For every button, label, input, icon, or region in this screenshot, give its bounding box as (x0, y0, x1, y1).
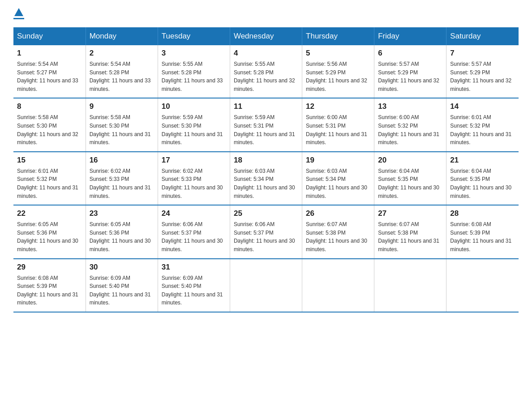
calendar-day-cell: 13 Sunrise: 6:00 AM Sunset: 5:32 PM Dayl… (374, 98, 446, 151)
calendar-day-cell: 2 Sunrise: 5:54 AM Sunset: 5:28 PM Dayli… (86, 45, 158, 98)
logo-triangle-icon (14, 8, 23, 16)
day-header-thursday: Thursday (302, 27, 374, 45)
day-number: 6 (378, 49, 442, 58)
calendar-day-cell: 21 Sunrise: 6:04 AM Sunset: 5:35 PM Dayl… (446, 152, 519, 205)
day-number: 13 (378, 102, 442, 111)
calendar-day-cell: 3 Sunrise: 5:55 AM Sunset: 5:28 PM Dayli… (158, 45, 230, 98)
day-info: Sunrise: 6:03 AM Sunset: 5:34 PM Dayligh… (306, 167, 370, 200)
logo (13, 9, 24, 19)
day-header-saturday: Saturday (446, 27, 519, 45)
day-info: Sunrise: 6:00 AM Sunset: 5:32 PM Dayligh… (378, 113, 442, 146)
day-info: Sunrise: 6:01 AM Sunset: 5:32 PM Dayligh… (17, 167, 82, 200)
day-info: Sunrise: 6:08 AM Sunset: 5:39 PM Dayligh… (450, 220, 515, 253)
calendar-day-cell: 20 Sunrise: 6:04 AM Sunset: 5:35 PM Dayl… (374, 152, 446, 205)
calendar-day-cell: 7 Sunrise: 5:57 AM Sunset: 5:29 PM Dayli… (446, 45, 519, 98)
day-number: 31 (162, 263, 226, 272)
calendar-header-row: SundayMondayTuesdayWednesdayThursdayFrid… (13, 27, 519, 45)
logo-underline (13, 18, 24, 19)
day-info: Sunrise: 5:54 AM Sunset: 5:27 PM Dayligh… (17, 60, 82, 93)
day-info: Sunrise: 6:02 AM Sunset: 5:33 PM Dayligh… (90, 167, 154, 200)
calendar-day-cell: 9 Sunrise: 5:58 AM Sunset: 5:30 PM Dayli… (86, 98, 158, 151)
day-info: Sunrise: 5:57 AM Sunset: 5:29 PM Dayligh… (378, 60, 442, 93)
day-number: 1 (17, 49, 82, 58)
calendar-day-cell: 30 Sunrise: 6:09 AM Sunset: 5:40 PM Dayl… (86, 259, 158, 312)
day-number: 28 (450, 209, 515, 218)
day-header-friday: Friday (374, 27, 446, 45)
calendar-day-cell: 1 Sunrise: 5:54 AM Sunset: 5:27 PM Dayli… (13, 45, 86, 98)
day-header-monday: Monday (86, 27, 158, 45)
day-number: 3 (162, 49, 226, 58)
day-number: 16 (90, 156, 154, 165)
day-number: 12 (306, 102, 370, 111)
day-info: Sunrise: 6:01 AM Sunset: 5:32 PM Dayligh… (450, 113, 515, 146)
day-info: Sunrise: 5:59 AM Sunset: 5:30 PM Dayligh… (162, 113, 226, 146)
day-header-wednesday: Wednesday (230, 27, 302, 45)
calendar-empty-cell (302, 259, 374, 312)
day-info: Sunrise: 6:04 AM Sunset: 5:35 PM Dayligh… (378, 167, 442, 200)
calendar-day-cell: 6 Sunrise: 5:57 AM Sunset: 5:29 PM Dayli… (374, 45, 446, 98)
day-info: Sunrise: 6:06 AM Sunset: 5:37 PM Dayligh… (234, 220, 298, 253)
day-number: 5 (306, 49, 370, 58)
calendar-day-cell: 27 Sunrise: 6:07 AM Sunset: 5:38 PM Dayl… (374, 205, 446, 258)
calendar-day-cell: 19 Sunrise: 6:03 AM Sunset: 5:34 PM Dayl… (302, 152, 374, 205)
calendar-day-cell: 16 Sunrise: 6:02 AM Sunset: 5:33 PM Dayl… (86, 152, 158, 205)
day-number: 21 (450, 156, 515, 165)
day-info: Sunrise: 6:04 AM Sunset: 5:35 PM Dayligh… (450, 167, 515, 200)
calendar-empty-cell (230, 259, 302, 312)
calendar-day-cell: 24 Sunrise: 6:06 AM Sunset: 5:37 PM Dayl… (158, 205, 230, 258)
calendar-table: SundayMondayTuesdayWednesdayThursdayFrid… (13, 27, 519, 313)
calendar-day-cell: 11 Sunrise: 5:59 AM Sunset: 5:31 PM Dayl… (230, 98, 302, 151)
day-number: 17 (162, 156, 226, 165)
day-header-tuesday: Tuesday (158, 27, 230, 45)
calendar-week-row: 22 Sunrise: 6:05 AM Sunset: 5:36 PM Dayl… (13, 205, 519, 258)
calendar-day-cell: 22 Sunrise: 6:05 AM Sunset: 5:36 PM Dayl… (13, 205, 86, 258)
day-number: 4 (234, 49, 298, 58)
day-info: Sunrise: 5:57 AM Sunset: 5:29 PM Dayligh… (450, 60, 515, 93)
day-info: Sunrise: 5:55 AM Sunset: 5:28 PM Dayligh… (162, 60, 226, 93)
day-number: 7 (450, 49, 515, 58)
calendar-empty-cell (374, 259, 446, 312)
day-info: Sunrise: 6:00 AM Sunset: 5:31 PM Dayligh… (306, 113, 370, 146)
day-info: Sunrise: 6:05 AM Sunset: 5:36 PM Dayligh… (17, 220, 82, 253)
calendar-day-cell: 23 Sunrise: 6:05 AM Sunset: 5:36 PM Dayl… (86, 205, 158, 258)
calendar-day-cell: 14 Sunrise: 6:01 AM Sunset: 5:32 PM Dayl… (446, 98, 519, 151)
calendar-day-cell: 17 Sunrise: 6:02 AM Sunset: 5:33 PM Dayl… (158, 152, 230, 205)
day-info: Sunrise: 5:56 AM Sunset: 5:29 PM Dayligh… (306, 60, 370, 93)
day-number: 18 (234, 156, 298, 165)
day-info: Sunrise: 6:07 AM Sunset: 5:38 PM Dayligh… (378, 220, 442, 253)
calendar-day-cell: 12 Sunrise: 6:00 AM Sunset: 5:31 PM Dayl… (302, 98, 374, 151)
day-info: Sunrise: 5:54 AM Sunset: 5:28 PM Dayligh… (90, 60, 154, 93)
calendar-day-cell: 25 Sunrise: 6:06 AM Sunset: 5:37 PM Dayl… (230, 205, 302, 258)
day-number: 27 (378, 209, 442, 218)
day-number: 15 (17, 156, 82, 165)
calendar-week-row: 8 Sunrise: 5:58 AM Sunset: 5:30 PM Dayli… (13, 98, 519, 151)
day-number: 29 (17, 263, 82, 272)
day-info: Sunrise: 6:05 AM Sunset: 5:36 PM Dayligh… (90, 220, 154, 253)
calendar-day-cell: 26 Sunrise: 6:07 AM Sunset: 5:38 PM Dayl… (302, 205, 374, 258)
day-number: 11 (234, 102, 298, 111)
calendar-week-row: 15 Sunrise: 6:01 AM Sunset: 5:32 PM Dayl… (13, 152, 519, 205)
day-number: 14 (450, 102, 515, 111)
day-info: Sunrise: 6:08 AM Sunset: 5:39 PM Dayligh… (17, 274, 82, 307)
day-info: Sunrise: 6:06 AM Sunset: 5:37 PM Dayligh… (162, 220, 226, 253)
day-info: Sunrise: 6:09 AM Sunset: 5:40 PM Dayligh… (90, 274, 154, 307)
day-number: 23 (90, 209, 154, 218)
calendar-week-row: 29 Sunrise: 6:08 AM Sunset: 5:39 PM Dayl… (13, 259, 519, 312)
day-number: 9 (90, 102, 154, 111)
day-header-sunday: Sunday (13, 27, 86, 45)
calendar-day-cell: 31 Sunrise: 6:09 AM Sunset: 5:40 PM Dayl… (158, 259, 230, 312)
day-info: Sunrise: 6:09 AM Sunset: 5:40 PM Dayligh… (162, 274, 226, 307)
day-number: 10 (162, 102, 226, 111)
day-info: Sunrise: 6:02 AM Sunset: 5:33 PM Dayligh… (162, 167, 226, 200)
page-header (13, 9, 519, 19)
day-info: Sunrise: 5:58 AM Sunset: 5:30 PM Dayligh… (90, 113, 154, 146)
day-number: 30 (90, 263, 154, 272)
calendar-day-cell: 10 Sunrise: 5:59 AM Sunset: 5:30 PM Dayl… (158, 98, 230, 151)
day-number: 19 (306, 156, 370, 165)
calendar-day-cell: 8 Sunrise: 5:58 AM Sunset: 5:30 PM Dayli… (13, 98, 86, 151)
calendar-day-cell: 4 Sunrise: 5:55 AM Sunset: 5:28 PM Dayli… (230, 45, 302, 98)
day-number: 8 (17, 102, 82, 111)
day-number: 2 (90, 49, 154, 58)
day-number: 24 (162, 209, 226, 218)
calendar-week-row: 1 Sunrise: 5:54 AM Sunset: 5:27 PM Dayli… (13, 45, 519, 98)
